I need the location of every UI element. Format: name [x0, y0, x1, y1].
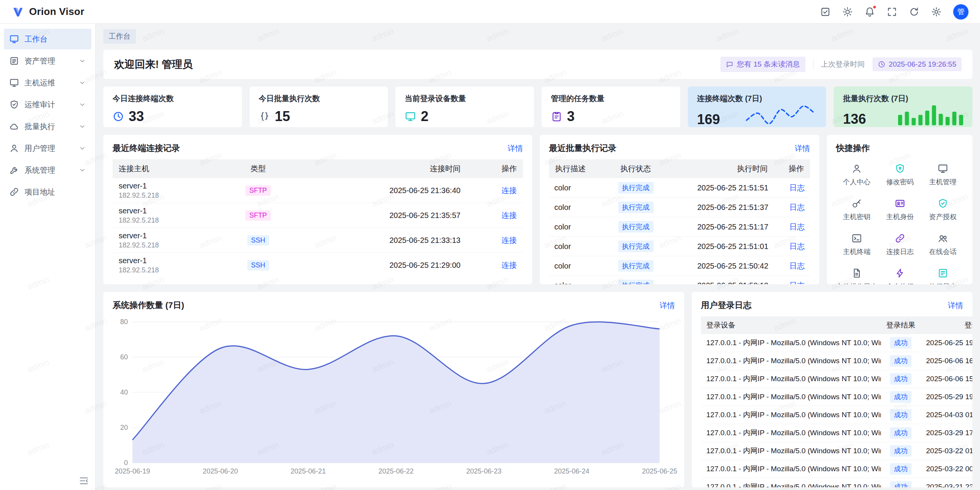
quick-action-label: 资产授权: [929, 212, 957, 221]
monitor-icon: [9, 78, 19, 88]
svg-text:2025-06-22: 2025-06-22: [378, 467, 413, 475]
check-square-icon[interactable]: [820, 7, 831, 17]
chevron-down-icon: [78, 166, 86, 174]
login-device: 127.0.0.1 - 内网IP - Mozilla/5.0 (Windows …: [701, 370, 881, 388]
refresh-icon[interactable]: [909, 7, 920, 17]
quick-action-label: 修改密码: [886, 177, 914, 187]
quick-action-host-key[interactable]: 主机密钥: [836, 198, 877, 221]
exec-desc: color: [549, 276, 606, 285]
user-avatar[interactable]: 管: [953, 4, 969, 20]
quick-action-host-management[interactable]: 主机管理: [923, 163, 963, 187]
login-log-detail-link[interactable]: 详情: [948, 300, 963, 311]
login-device: 127.0.0.1 - 内网IP - Mozilla/5.0 (Windows …: [701, 406, 881, 424]
quick-action-label: 主机密钥: [843, 212, 871, 221]
exec-time: 2025-06-25 21:50:42: [666, 256, 774, 276]
link-icon: [9, 187, 19, 197]
quick-actions-title: 快捷操作: [836, 143, 870, 154]
exec-desc: color: [549, 217, 606, 237]
quick-action-host-identity[interactable]: 主机身份: [880, 198, 920, 221]
unread-messages-chip[interactable]: 您有 15 条未读消息: [720, 57, 805, 72]
log-link[interactable]: 日志: [789, 184, 805, 192]
sidebar-item-host-ops[interactable]: 主机运维: [4, 72, 91, 93]
quick-action-file-operation-log[interactable]: 文件操作日志: [836, 268, 877, 284]
stat-label: 连接终端次数 (7日): [697, 93, 817, 104]
quick-action-personal-center[interactable]: 个人中心: [836, 163, 877, 187]
sidebar-item-batch-exec[interactable]: 批量执行: [4, 116, 91, 137]
terminal-record-row: server-1182.92.5.218SSH2025-06-25 21:29:…: [113, 253, 523, 278]
login-result-badge: 成功: [890, 337, 911, 349]
file-icon: [851, 268, 862, 279]
quick-action-exec-log[interactable]: 执行日志: [923, 268, 963, 284]
bell-icon[interactable]: [864, 7, 875, 17]
login-result-badge: 成功: [890, 355, 911, 367]
cloud-icon: [9, 121, 19, 131]
sidebar-item-ops-audit[interactable]: 运维审计: [4, 94, 91, 115]
quick-action-connection-log[interactable]: 连接日志: [880, 233, 920, 256]
monitor-icon: [938, 163, 948, 174]
sidebar-item-workbench[interactable]: 工作台: [4, 29, 91, 49]
login-result-badge: 成功: [890, 409, 911, 421]
svg-text:60: 60: [120, 353, 128, 361]
login-time: 2025-04-03 01:36:58: [921, 406, 972, 424]
terminal-records-detail-link[interactable]: 详情: [508, 143, 523, 154]
connect-time: 2025-06-25 21:35:57: [296, 203, 467, 228]
log-link[interactable]: 日志: [789, 203, 805, 211]
connect-link[interactable]: 连接: [501, 236, 517, 244]
quick-action-asset-authorization[interactable]: 资产授权: [923, 198, 963, 221]
terminal-records-title: 最近终端连接记录: [113, 143, 180, 154]
svg-text:80: 80: [120, 318, 128, 326]
exec-record-row: color执行完成2025-06-25 21:51:37日志: [549, 198, 810, 217]
shield-icon: [9, 100, 19, 110]
svg-text:0: 0: [124, 459, 128, 467]
sun-icon[interactable]: [842, 7, 853, 17]
log-link[interactable]: 日志: [789, 223, 805, 231]
connect-link[interactable]: 连接: [501, 186, 517, 195]
chevron-down-icon: [78, 123, 86, 130]
login-log-row: 127.0.0.1 - 内网IP - Mozilla/5.0 (Windows …: [701, 370, 972, 388]
sidebar-item-project-url[interactable]: 项目地址: [4, 182, 91, 202]
notification-dot: [872, 5, 877, 9]
fullscreen-icon[interactable]: [887, 7, 897, 17]
quick-action-host-terminal[interactable]: 主机终端: [836, 233, 877, 256]
quick-action-command-exec[interactable]: 命令执行: [880, 268, 920, 284]
host-ip: 182.92.5.218: [119, 266, 214, 274]
gear-icon[interactable]: [931, 7, 942, 17]
quick-action-change-password[interactable]: 修改密码: [880, 163, 920, 187]
protocol-badge: SFTP: [245, 210, 271, 221]
system-chart-detail-link[interactable]: 详情: [660, 300, 675, 311]
login-log-title: 用户登录日志: [701, 300, 751, 311]
svg-text:2025-06-19: 2025-06-19: [115, 467, 150, 475]
column-header: 连接主机: [113, 159, 220, 178]
log-link[interactable]: 日志: [789, 242, 805, 251]
connect-time: 2025-06-25 21:36:40: [296, 178, 467, 203]
user-icon: [9, 143, 19, 153]
svg-text:2025-06-25: 2025-06-25: [642, 467, 677, 475]
idcard-icon: [895, 198, 905, 209]
sidebar-item-asset-management[interactable]: 资产管理: [4, 51, 91, 71]
quick-action-online-session[interactable]: 在线会话: [923, 233, 963, 256]
collapse-sidebar-icon[interactable]: [78, 475, 88, 485]
top-header: Orion Visor 管: [0, 0, 980, 24]
log-link[interactable]: 日志: [789, 262, 805, 270]
stat-label: 当前登录设备数量: [405, 93, 525, 104]
connect-link[interactable]: 连接: [501, 261, 517, 269]
last-login-time-chip: 2025-06-25 19:26:55: [872, 57, 962, 71]
terminal-records-table: 连接主机类型连接时间操作 server-1182.92.5.218SFTP202…: [113, 159, 523, 277]
logo[interactable]: Orion Visor: [11, 5, 84, 18]
app-logo-icon: [11, 5, 24, 18]
welcome-banner: 欢迎回来! 管理员 您有 15 条未读消息 上次登录时间 2025-06-25 …: [103, 50, 972, 79]
connect-link[interactable]: 连接: [501, 211, 517, 220]
recent-terminal-connections-card: 最近终端连接记录 详情 连接主机类型连接时间操作 server-1182.92.…: [103, 135, 532, 284]
exec-records-detail-link[interactable]: 详情: [795, 143, 810, 154]
sidebar-item-system-management[interactable]: 系统管理: [4, 160, 91, 180]
sidebar-item-user-management[interactable]: 用户管理: [4, 138, 91, 159]
stat-card-batch-executions-7d: 批量执行次数 (7日)136: [834, 87, 972, 127]
svg-text:2025-06-21: 2025-06-21: [291, 467, 326, 475]
lightning-icon: [895, 268, 905, 279]
svg-text:2025-06-23: 2025-06-23: [466, 467, 501, 475]
breadcrumb-item-workbench[interactable]: 工作台: [103, 29, 136, 44]
log-link[interactable]: 日志: [789, 281, 805, 285]
list-icon: [9, 56, 19, 66]
exec-record-row: color执行完成2025-06-25 21:51:17日志: [549, 217, 810, 237]
exec-record-row: color执行完成2025-06-25 21:51:51日志: [549, 178, 810, 198]
